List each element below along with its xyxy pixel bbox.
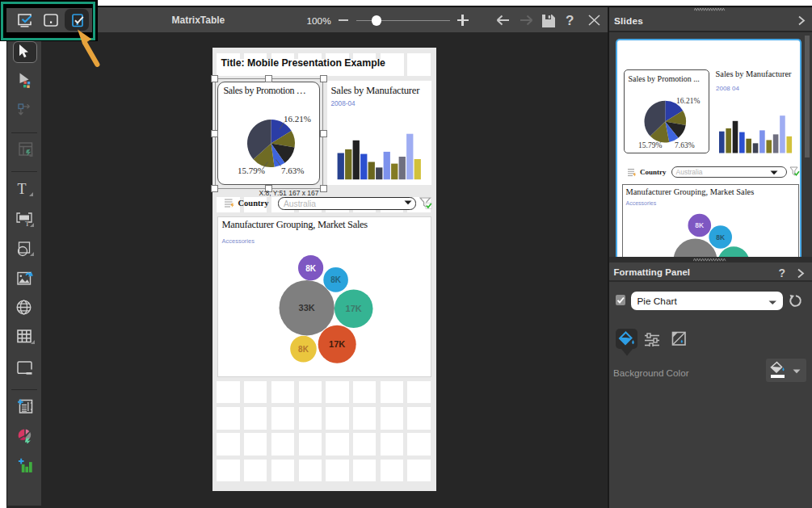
svg-text:8K: 8K bbox=[695, 221, 705, 229]
svg-text:17K: 17K bbox=[346, 304, 362, 313]
svg-text:33K: 33K bbox=[299, 303, 315, 313]
svg-text:8K: 8K bbox=[305, 263, 317, 272]
svg-text:8K: 8K bbox=[298, 345, 309, 354]
svg-text:8K: 8K bbox=[330, 275, 342, 284]
svg-text:8K: 8K bbox=[716, 233, 726, 241]
svg-text:17K: 17K bbox=[329, 339, 345, 349]
